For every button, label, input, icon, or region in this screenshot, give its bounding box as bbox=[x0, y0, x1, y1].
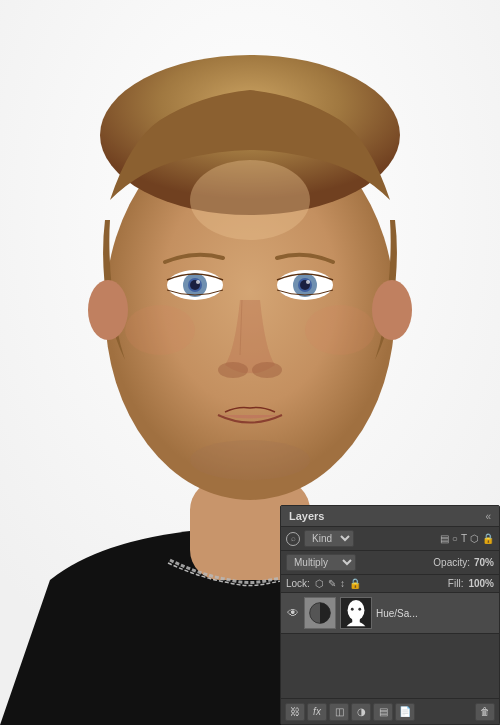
layer-type-thumbnail bbox=[304, 597, 336, 629]
layers-panel: Layers « ⌕ Kind ▤ ○ T ⬡ 🔒 Multiply Opaci… bbox=[280, 505, 500, 725]
svg-point-16 bbox=[306, 280, 310, 284]
layers-search-row: ⌕ Kind ▤ ○ T ⬡ 🔒 bbox=[281, 527, 499, 551]
kind-select[interactable]: Kind bbox=[304, 530, 354, 547]
svg-point-18 bbox=[252, 362, 282, 378]
filter-type-icon[interactable]: T bbox=[461, 533, 467, 544]
link-layers-button[interactable]: ⛓ bbox=[285, 703, 305, 721]
layer-visibility-toggle[interactable]: 👁 bbox=[286, 606, 300, 620]
blend-mode-row: Multiply Opacity: 70% bbox=[281, 551, 499, 575]
lock-move-icon[interactable]: ↕ bbox=[340, 578, 345, 589]
svg-point-19 bbox=[190, 440, 310, 480]
delete-layer-button[interactable]: 🗑 bbox=[475, 703, 495, 721]
svg-point-11 bbox=[196, 280, 200, 284]
add-mask-button[interactable]: ◫ bbox=[329, 703, 349, 721]
lock-icons: ⬡ ✎ ↕ 🔒 bbox=[315, 578, 361, 589]
adjustment-icon: ◑ bbox=[357, 706, 366, 717]
trash-icon: 🗑 bbox=[480, 706, 490, 717]
lock-all-icon[interactable]: 🔒 bbox=[349, 578, 361, 589]
layer-row[interactable]: 👁 bbox=[281, 593, 499, 634]
svg-point-22 bbox=[190, 160, 310, 240]
add-effect-button[interactable]: fx bbox=[307, 703, 327, 721]
filter-adjustment-icon[interactable]: ○ bbox=[452, 533, 458, 544]
filter-icons: ▤ ○ T ⬡ 🔒 bbox=[440, 533, 494, 544]
new-adjustment-button[interactable]: ◑ bbox=[351, 703, 371, 721]
svg-point-21 bbox=[305, 305, 375, 355]
collapse-arrows-icon[interactable]: « bbox=[485, 511, 491, 522]
opacity-value[interactable]: 70% bbox=[474, 557, 494, 568]
svg-point-5 bbox=[88, 280, 128, 340]
blend-mode-select[interactable]: Multiply bbox=[286, 554, 356, 571]
svg-point-26 bbox=[348, 600, 365, 621]
mask-icon: ◫ bbox=[335, 706, 344, 717]
lock-row: Lock: ⬡ ✎ ↕ 🔒 Fill: 100% bbox=[281, 575, 499, 593]
fill-label: Fill: bbox=[448, 578, 464, 589]
layers-toolbar: ⛓ fx ◫ ◑ ▤ 📄 🗑 bbox=[281, 698, 499, 724]
fx-icon: fx bbox=[313, 706, 321, 717]
layers-panel-title: Layers bbox=[289, 510, 324, 522]
svg-point-29 bbox=[358, 608, 361, 611]
svg-point-17 bbox=[218, 362, 248, 378]
link-icon: ⛓ bbox=[290, 706, 300, 717]
svg-point-20 bbox=[125, 305, 195, 355]
layer-name: Hue/Sa... bbox=[376, 608, 494, 619]
filter-pixel-icon[interactable]: ▤ bbox=[440, 533, 449, 544]
svg-point-6 bbox=[372, 280, 412, 340]
svg-point-28 bbox=[351, 608, 354, 611]
filter-smart-icon[interactable]: 🔒 bbox=[482, 533, 494, 544]
filter-shape-icon[interactable]: ⬡ bbox=[470, 533, 479, 544]
lock-paint-icon[interactable]: ✎ bbox=[328, 578, 336, 589]
lock-pixels-icon[interactable]: ⬡ bbox=[315, 578, 324, 589]
new-layer-button[interactable]: 📄 bbox=[395, 703, 415, 721]
new-layer-icon: 📄 bbox=[399, 706, 411, 717]
lock-label: Lock: bbox=[286, 578, 310, 589]
layer-mask-thumbnail bbox=[340, 597, 372, 629]
opacity-label: Opacity: bbox=[433, 557, 470, 568]
collapse-icons[interactable]: « bbox=[485, 511, 491, 522]
search-icon: ⌕ bbox=[286, 532, 300, 546]
new-group-button[interactable]: ▤ bbox=[373, 703, 393, 721]
fill-value[interactable]: 100% bbox=[468, 578, 494, 589]
layers-panel-header: Layers « bbox=[281, 506, 499, 527]
group-icon: ▤ bbox=[379, 706, 388, 717]
